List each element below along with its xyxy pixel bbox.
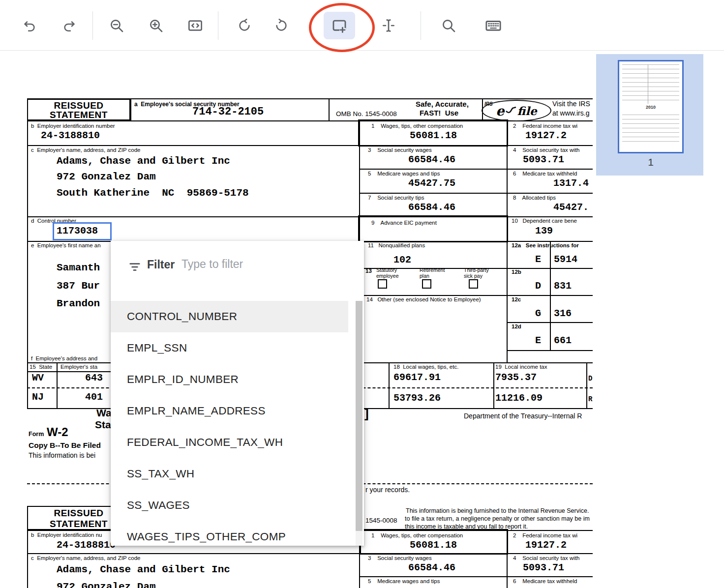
keyboard-button[interactable]	[480, 12, 507, 39]
dropdown-scrollbar-thumb[interactable]	[356, 301, 362, 531]
box1b-label: 1 Wages, tips, other compensation	[371, 532, 463, 538]
filter-row: Filter	[111, 241, 364, 301]
box20-row1: D	[588, 375, 592, 382]
box7-value: 66584.46	[408, 202, 455, 213]
fit-to-width-icon	[187, 18, 203, 33]
fast-use-text: FAST! Use	[420, 109, 458, 117]
box9-label: 9 Advance EIC payment	[371, 220, 437, 226]
wage-tax-statement-1: Wa	[96, 407, 112, 419]
box6b-label: 6 Medicare tax withheld	[513, 578, 577, 584]
filter-option-federal-income-tax-wh[interactable]: FEDERAL_INCOME_TAX_WH	[111, 427, 348, 458]
page-number-label: 1	[618, 156, 684, 168]
ein-value: 24-3188810	[41, 130, 100, 141]
box2-label: 2 Federal income tax wi	[513, 123, 577, 129]
filter-label: Filter	[147, 258, 175, 271]
control-number-value: 1173038	[57, 225, 98, 236]
filter-option-control-number[interactable]: CONTROL_NUMBER	[111, 301, 348, 332]
box12a-label: 12a See instructions for	[512, 242, 579, 248]
box2b-label: 2 Federal income tax wi	[513, 532, 577, 538]
copy-b-text: Copy B--To Be Filed	[29, 441, 101, 450]
redo-button[interactable]	[56, 12, 83, 39]
search-button[interactable]	[435, 12, 462, 39]
ssn-value: 714-32-2105	[192, 106, 264, 118]
filter-option-emplr-name-address[interactable]: EMPLR_NAME_ADDRESS	[111, 395, 348, 427]
employer2-label: c Employer's name, address, and ZIP code	[31, 555, 141, 561]
filter-option-emplr-id-number[interactable]: EMPLR_ID_NUMBER	[111, 364, 348, 395]
box4-label: 4 Social security tax with	[513, 147, 580, 153]
undo-button[interactable]	[16, 12, 43, 39]
treasury-text: Department of the Treasury--Internal R	[464, 412, 582, 420]
third-party-sickpay-checkbox	[469, 279, 478, 289]
ein2-label: b Employer identification nu	[31, 532, 102, 538]
employer-street: 972 Gonzalez Dam	[57, 171, 156, 182]
filter-option-wages-tips-other-comp[interactable]: WAGES_TIPS_OTHER_COMP	[111, 521, 348, 546]
keyboard-icon	[485, 17, 502, 34]
box19-row2: 11216.09	[495, 392, 543, 404]
box4b-label: 4 Social security tax with	[513, 555, 580, 561]
box15b-label: Employer's sta	[60, 364, 97, 370]
field-type-dropdown: Filter CONTROL_NUMBER EMPL_SSN EMPLR_ID_…	[111, 241, 364, 546]
box19-row1: 7935.37	[495, 372, 537, 383]
rotate-counterclockwise-icon	[237, 18, 252, 33]
filter-option-empl-ssn[interactable]: EMPL_SSN	[111, 332, 348, 364]
employee-address-label: f Employee's address and	[31, 355, 97, 361]
box12a-code: E	[535, 254, 541, 265]
rotate-counterclockwise-button[interactable]	[231, 12, 258, 39]
undo-icon	[22, 18, 37, 33]
box4-value: 5093.71	[523, 154, 564, 165]
form-word: Form	[29, 431, 44, 438]
efile-logo-e: e	[496, 103, 504, 118]
thumbnail-form-preview-2	[622, 115, 679, 144]
box8-label: 8 Allocated tips	[513, 195, 556, 201]
redo-icon	[62, 18, 77, 33]
box5-label: 5 Medicare wages and tips	[368, 171, 440, 176]
retirement-label-1: Retirement	[420, 267, 445, 273]
box1b-value: 56081.18	[410, 539, 457, 551]
box19-label: 19 Local income tax	[495, 364, 547, 370]
rotate-clockwise-button[interactable]	[268, 12, 295, 39]
omb-label: OMB No. 1545-0008	[336, 110, 397, 118]
employer-label: c Employer's name, address, and ZIP code	[31, 147, 141, 153]
retirement-label-2: plan	[420, 273, 429, 279]
zoom-in-button[interactable]	[142, 12, 170, 39]
box15-label: 15 State	[30, 364, 52, 370]
box3b-label: 3 Social security wages	[368, 555, 432, 561]
employer-name: Adams, Chase and Gilbert Inc	[57, 155, 230, 167]
box8-value: 45427.	[553, 202, 589, 213]
box1-value: 56081.18	[410, 130, 457, 141]
box14-label: 14 Other (see enclosed Notice to Employe…	[366, 296, 481, 302]
box1-label: 1 Wages, tips, other compensation	[371, 123, 463, 129]
employee-street: 387 Bur	[57, 280, 100, 292]
box12d-value: 661	[554, 335, 572, 346]
employee-label: e Employee's first name an	[31, 242, 101, 248]
text-select-button[interactable]	[375, 12, 402, 39]
zoom-in-icon	[148, 18, 164, 33]
omb-cut: 1545-0008	[365, 517, 397, 524]
box12b-code: D	[535, 280, 541, 292]
filter-option-ss-wages[interactable]: SS_WAGES	[111, 490, 348, 521]
toolbar-separator	[218, 11, 218, 40]
zoom-out-button[interactable]	[103, 12, 130, 39]
filter-option-ss-tax-wh[interactable]: SS_TAX_WH	[111, 458, 348, 490]
safe-accurate-text: Safe, Accurate,	[416, 100, 469, 108]
box12d-code: E	[535, 335, 541, 346]
box12b-value: 831	[554, 280, 572, 292]
thumbnail-year-label: 2010	[619, 105, 682, 110]
box10-label: 10 Dependent care bene	[512, 218, 577, 224]
box12c-code: G	[535, 308, 541, 319]
fit-to-width-button[interactable]	[181, 12, 209, 39]
add-region-button[interactable]	[324, 12, 355, 39]
box3-value: 66584.46	[408, 154, 455, 165]
thumbnail-form-divider	[648, 64, 648, 104]
box12c-value: 316	[554, 308, 572, 319]
text-select-icon	[381, 18, 396, 33]
box2-value: 19127.2	[525, 130, 567, 141]
box2b-value: 19127.2	[525, 539, 567, 551]
page-thumbnail[interactable]: 2010	[618, 60, 684, 153]
box6-label: 6 Medicare tax withheld	[513, 171, 577, 176]
filter-input[interactable]	[181, 257, 345, 271]
box5-value: 45427.75	[408, 177, 455, 189]
box7-label: 7 Social security tips	[368, 195, 424, 201]
toolbar	[0, 0, 724, 51]
statutory-label-2: employee	[376, 273, 399, 279]
